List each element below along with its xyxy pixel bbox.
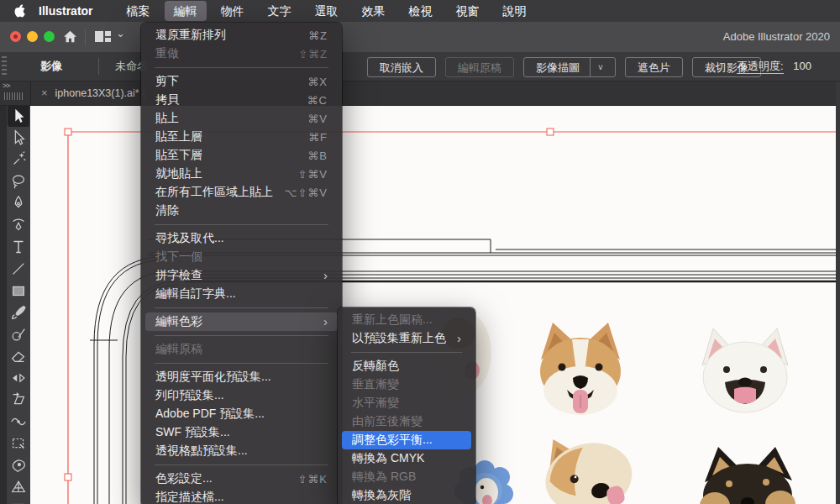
selection-tool[interactable] (8, 105, 29, 127)
edit-colors-submenu-item-recolor-with-preset[interactable]: 以預設集重新上色› (342, 329, 471, 348)
menubar-item-select[interactable]: 選取 (306, 1, 348, 21)
home-icon[interactable] (62, 29, 78, 48)
expand-tools-icon[interactable]: >> (3, 81, 10, 90)
edit-menu-item-color-settings-label: 色彩設定... (155, 471, 213, 486)
edit-menu-item-cut[interactable]: 剪下⌘X (145, 72, 338, 91)
window-titlebar: ⌄ Adobe Illustrator 2020 (0, 22, 840, 53)
line-segment-tool[interactable] (8, 258, 29, 280)
direct-selection-tool[interactable] (8, 127, 29, 149)
edit-colors-submenu-item-adjust-color-balance-label: 調整色彩平衡... (352, 433, 433, 448)
tools-grip-icon[interactable] (4, 92, 24, 100)
image-trace-dropdown-chevron-icon[interactable]: ˅ (590, 58, 603, 76)
opacity-value[interactable]: 100 (793, 60, 811, 72)
edit-menu-item-transparency-flattener-presets[interactable]: 透明度平面化預設集... (145, 368, 338, 386)
edit-menu-item-color-settings[interactable]: 色彩設定...⇧⌘K (145, 470, 338, 488)
opacity-label[interactable]: 不透明度: (737, 60, 784, 74)
eraser-icon (9, 347, 28, 365)
edit-menu-item-clear[interactable]: 清除 (145, 202, 338, 220)
edit-menu-item-redo[interactable]: 重做⇧⌘Z (145, 45, 338, 63)
menubar-item-object[interactable]: 物件 (212, 1, 254, 21)
panel-grip-icon[interactable] (2, 56, 7, 76)
edit-menu-item-swf-presets-label: SWF 預設集... (155, 425, 230, 440)
edit-colors-submenu-item-blend-vertically[interactable]: 垂直漸變 (342, 375, 471, 394)
edit-menu-item-swf-presets[interactable]: SWF 預設集... (145, 423, 338, 442)
type-tool[interactable] (8, 236, 29, 258)
edit-menu-item-edit-custom-dictionary[interactable]: 編輯自訂字典... (145, 285, 338, 303)
curvature-tool[interactable] (8, 214, 29, 236)
line-segment-icon (9, 260, 28, 278)
perspective-grid-tool[interactable] (8, 476, 29, 498)
pen-icon (9, 194, 28, 213)
edit-menu-item-adobe-pdf-presets[interactable]: Adobe PDF 預設集... (145, 405, 338, 423)
arrange-documents-icon[interactable] (94, 29, 112, 47)
mask-button[interactable]: 遮色片 (625, 57, 683, 77)
menubar-item-edit[interactable]: 編輯 (165, 1, 207, 21)
edit-menu-item-paste-on-all-artboards-shortcut: ⌥⇧⌘V (284, 186, 328, 199)
edit-menu-item-paste[interactable]: 貼上⌘V (145, 109, 338, 128)
edit-colors-submenu: 重新上色圖稿...以預設集重新上色›反轉顏色垂直漸變水平漸變由前至後漸變調整色彩… (338, 307, 475, 504)
curvature-icon (9, 216, 28, 234)
app-menu-name[interactable]: Illustrator (39, 4, 93, 18)
close-tab-icon[interactable]: × (41, 87, 48, 99)
edit-menu-item-paste-in-front[interactable]: 貼至上層⌘F (145, 128, 338, 146)
menubar-item-help[interactable]: 說明 (494, 1, 536, 21)
mesh-tool[interactable] (8, 498, 29, 504)
edit-colors-submenu-item-convert-to-cmyk[interactable]: 轉換為 CMYK (342, 449, 471, 468)
rectangle-tool[interactable] (8, 280, 29, 302)
selection-type-label: 影像 (40, 52, 62, 80)
control-bar-buttons: 取消嵌入編輯原稿影像描圖˅遮色片裁切影像 (367, 57, 761, 77)
edit-menu-item-assign-profile[interactable]: 指定描述檔... (145, 488, 338, 504)
width-tool[interactable] (8, 411, 29, 433)
edit-menu-item-print-presets[interactable]: 列印預設集... (145, 386, 338, 405)
paintbrush-tool[interactable] (8, 302, 29, 323)
edit-menu-item-paste-in-back[interactable]: 貼至下層⌘B (145, 146, 338, 165)
edit-colors-submenu-item-recolor-artwork[interactable]: 重新上色圖稿... (342, 311, 471, 329)
edit-menu-item-find-next[interactable]: 找下一個 (145, 248, 338, 266)
edit-colors-submenu-item-convert-to-rgb[interactable]: 轉換為 RGB (342, 468, 471, 486)
edit-menu-item-paste-label: 貼上 (155, 111, 179, 126)
document-tab[interactable]: × iphone13X3(1).ai* ( (31, 81, 145, 105)
edit-colors-submenu-item-invert-colors[interactable]: 反轉顏色 (342, 357, 471, 375)
rotate-tool[interactable] (8, 367, 29, 389)
magic-wand-tool[interactable] (8, 149, 29, 171)
image-trace-button[interactable]: 影像描圖˅ (523, 57, 616, 77)
edit-menu-item-cut-shortcut: ⌘X (307, 76, 328, 88)
free-transform-tool[interactable] (8, 433, 29, 454)
edit-colors-submenu-item-adjust-color-balance[interactable]: 調整色彩平衡... (342, 431, 471, 449)
edit-menu-item-edit-colors[interactable]: 編輯色彩› (145, 312, 338, 331)
unembed-button[interactable]: 取消嵌入 (367, 57, 436, 77)
minimize-window-button[interactable] (27, 31, 38, 42)
edit-menu-item-check-spelling[interactable]: 拼字檢查› (145, 266, 338, 285)
edit-menu-item-paste-in-place[interactable]: 就地貼上⇧⌘V (145, 165, 338, 183)
lasso-tool[interactable] (8, 171, 29, 192)
edit-menu-item-edit-original[interactable]: 編輯原稿 (145, 340, 338, 359)
apple-menu-icon[interactable] (13, 3, 27, 18)
close-window-button[interactable] (10, 31, 21, 42)
edit-menu-item-perspective-grid-presets[interactable]: 透視格點預設集... (145, 442, 338, 460)
edit-colors-submenu-item-convert-to-grayscale[interactable]: 轉換為灰階 (342, 486, 471, 504)
menubar-item-window[interactable]: 視窗 (447, 1, 489, 21)
shaper-tool[interactable] (8, 323, 29, 345)
eraser-tool[interactable] (8, 345, 29, 367)
chevron-down-icon[interactable]: ⌄ (116, 27, 125, 39)
shear-icon (9, 391, 28, 409)
menubar-item-view[interactable]: 檢視 (400, 1, 442, 21)
zoom-window-button[interactable] (44, 31, 55, 42)
menubar-item-file[interactable]: 檔案 (118, 1, 160, 21)
pen-tool[interactable] (8, 192, 29, 214)
edit-menu-item-undo-rearrange[interactable]: 還原重新排列⌘Z (145, 26, 338, 45)
shear-tool[interactable] (8, 389, 29, 411)
paintbrush-icon (9, 303, 28, 322)
edit-colors-submenu-item-blend-horizontally[interactable]: 水平漸變 (342, 394, 471, 412)
menubar-item-type[interactable]: 文字 (259, 1, 301, 21)
edit-original-button[interactable]: 編輯原稿 (445, 57, 514, 77)
edit-menu-item-paste-in-front-shortcut: ⌘F (308, 131, 328, 144)
puppet-warp-tool[interactable] (8, 454, 29, 476)
edit-menu-item-copy[interactable]: 拷貝⌘C (145, 91, 338, 109)
edit-colors-submenu-item-blend-front-to-back[interactable]: 由前至後漸變 (342, 412, 471, 431)
lasso-icon (9, 172, 28, 191)
edit-menu-item-find-and-replace[interactable]: 尋找及取代... (145, 229, 338, 248)
edit-menu-item-paste-on-all-artboards[interactable]: 在所有工作區域上貼上⌥⇧⌘V (145, 183, 338, 202)
menubar-item-effect[interactable]: 效果 (353, 1, 395, 21)
edit-menu-item-transparency-flattener-presets-label: 透明度平面化預設集... (155, 370, 271, 385)
